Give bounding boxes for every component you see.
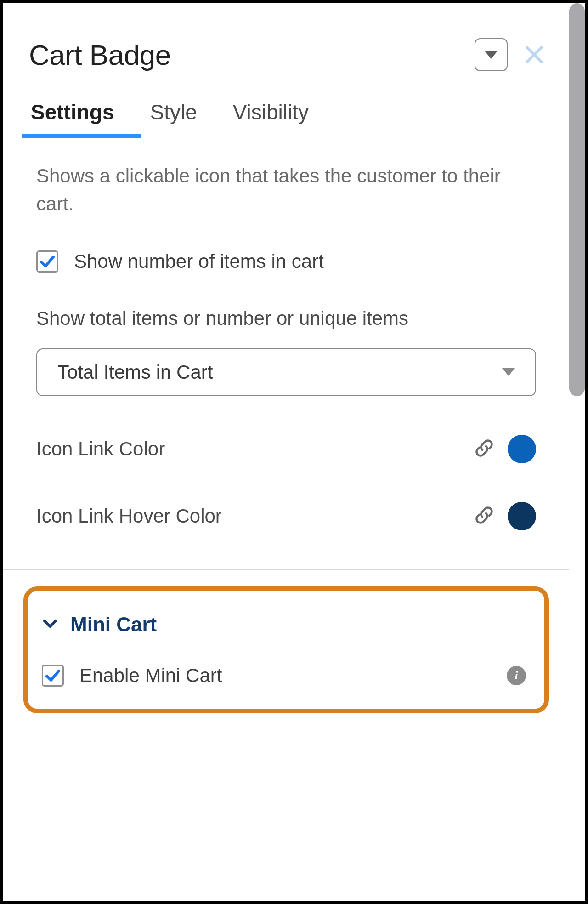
settings-panel: Cart Badge Settings Style Visibility Sho…: [3, 3, 569, 901]
caret-down-icon: [502, 368, 515, 376]
panel-description: Shows a clickable icon that takes the cu…: [36, 162, 536, 218]
tab-style[interactable]: Style: [148, 100, 198, 136]
tab-visibility[interactable]: Visibility: [231, 100, 311, 136]
icon-link-color-swatch[interactable]: [508, 435, 536, 463]
icon-link-color-label: Icon Link Color: [36, 438, 165, 460]
mini-cart-section-highlight: Mini Cart Enable Mini Cart i: [23, 586, 549, 713]
icon-link-hover-color-swatch[interactable]: [508, 502, 536, 530]
link-icon[interactable]: [475, 506, 494, 527]
show-items-checkbox[interactable]: [36, 250, 58, 273]
show-items-label: Show number of items in cart: [74, 250, 324, 273]
panel-title: Cart Badge: [29, 39, 171, 71]
checkmark-icon: [45, 668, 61, 683]
icon-link-hover-color-label: Icon Link Hover Color: [36, 505, 222, 527]
close-button[interactable]: [521, 42, 547, 68]
panel-options-dropdown[interactable]: [475, 38, 508, 71]
info-icon[interactable]: i: [507, 666, 526, 685]
chevron-down-icon: [42, 615, 58, 634]
count-type-select[interactable]: Total Items in Cart: [36, 348, 536, 396]
count-type-value: Total Items in Cart: [57, 361, 213, 383]
checkmark-icon: [40, 254, 55, 269]
scrollbar[interactable]: [569, 3, 585, 396]
tabs: Settings Style Visibility: [3, 100, 569, 136]
mini-cart-section-toggle[interactable]: Mini Cart: [42, 613, 526, 636]
tab-settings[interactable]: Settings: [29, 100, 116, 136]
caret-down-icon: [485, 51, 498, 59]
close-icon: [524, 45, 544, 65]
count-type-label: Show total items or number or unique ite…: [36, 305, 536, 333]
link-icon[interactable]: [475, 438, 494, 460]
enable-mini-cart-label: Enable Mini Cart: [79, 665, 222, 687]
enable-mini-cart-checkbox[interactable]: [42, 665, 64, 687]
mini-cart-section-title: Mini Cart: [70, 613, 157, 636]
